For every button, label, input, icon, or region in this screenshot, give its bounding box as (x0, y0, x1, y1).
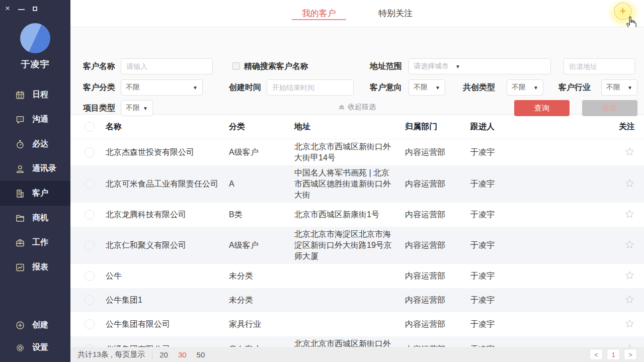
calendar-icon (15, 90, 25, 100)
customer-name-input[interactable] (121, 58, 213, 74)
page-size-option[interactable]: 50 (197, 350, 205, 359)
sidebar-item[interactable]: 沟通 (0, 107, 70, 132)
star-icon[interactable] (624, 178, 635, 189)
sidebar-item-label: 商机 (32, 213, 48, 223)
chevron-down-icon: ▼ (624, 85, 632, 90)
cell-follower: 于凌宇 (470, 240, 523, 251)
chevron-down-icon: ▼ (190, 85, 198, 90)
sidebar-item[interactable]: 商机 (0, 206, 70, 230)
select-all-circle[interactable] (85, 122, 95, 132)
sidebar-nav: 日程 沟通 必达 通讯录 客户 (0, 82, 70, 280)
table-row[interactable]: 北京可米食品工业有限责任公司 A 中国名人将军书画苑 | 北京市西城区德胜街道新… (70, 165, 644, 203)
sidebar-item[interactable]: 客户 (0, 181, 70, 206)
cell-follower: 于凌宇 (470, 295, 523, 306)
tab[interactable]: 特别关注 (377, 0, 414, 27)
cell-name: 公牛 (106, 270, 229, 282)
table-row[interactable]: 公牛集团1 未分类 内容运营部 于凌宇 (70, 288, 644, 312)
cell-name: 公牛集团1 (106, 294, 229, 306)
cell-department: 内容运营部 (405, 209, 470, 220)
row-select-circle[interactable] (85, 240, 95, 250)
tab[interactable]: 我的客户 (301, 0, 337, 27)
table-row[interactable]: 北京杰森世投资有限公司 A级客户 北京北京市西城区新街口外大街甲14号 内容运营… (70, 139, 644, 165)
row-select-circle[interactable] (85, 147, 95, 157)
divider (152, 351, 152, 358)
customers-icon (15, 189, 25, 199)
customer-class-select[interactable]: 不限 ▼ (121, 79, 203, 96)
star-icon[interactable] (624, 209, 635, 219)
table-header: 名称 分类 地址 归属部门 跟进人 关注 (70, 115, 644, 139)
sidebar-item[interactable]: 工作 (0, 230, 70, 255)
cell-category: A级客户 (229, 240, 294, 251)
header-category: 分类 (229, 121, 294, 132)
page-size-option[interactable]: 20 (159, 350, 168, 359)
city-select[interactable]: 请选择城市 ▼ (409, 58, 551, 74)
sidebar-item-label: 通讯录 (32, 163, 56, 174)
sidebar-item[interactable]: 报表 (0, 255, 70, 280)
cell-follower: 于凌宇 (470, 270, 523, 282)
sidebar-item-label: 沟通 (32, 114, 48, 125)
project-type-label: 项目类型 (83, 100, 115, 116)
search-button[interactable]: 查询 (514, 100, 570, 116)
intent-label: 客户意向 (370, 79, 402, 96)
row-select-circle[interactable] (85, 295, 95, 305)
sidebar-item-label: 工作 (32, 237, 48, 248)
window-close-icon[interactable]: × (5, 6, 10, 12)
sidebar-item[interactable]: 通讯录 (0, 156, 70, 181)
prev-page-button[interactable]: < (590, 349, 603, 360)
page-size-option[interactable]: 30 (178, 350, 187, 359)
table-body: 北京杰森世投资有限公司 A级客户 北京北京市西城区新街口外大街甲14号 内容运营… (70, 139, 644, 362)
table-row[interactable]: 北京仁和聚义有限公司 A级客户 北京北京市海淀区北京市海淀区新街口外大街路19号… (70, 227, 644, 264)
cell-department: 内容运营部 (405, 178, 470, 190)
sidebar-item-label: 必达 (32, 139, 48, 149)
chevron-down-icon: ▼ (530, 85, 538, 90)
project-type-select[interactable]: 不限 ▼ (121, 100, 153, 116)
filter-panel: 客户名称 精确搜索客户名称 地址范围 请选择城市 ▼ 客户分类 不限 ▼ 创建时… (70, 27, 644, 100)
industry-select[interactable]: 不限 ▼ (601, 79, 637, 96)
sidebar-item[interactable]: 日程 (0, 82, 70, 107)
sidebar-footer-item[interactable]: 设置 (0, 336, 70, 359)
contacts-icon (15, 164, 25, 174)
avatar[interactable] (20, 23, 50, 53)
header-name: 名称 (106, 121, 229, 132)
total-count-label: 共计13条 , 每页显示 (77, 350, 145, 359)
star-icon[interactable] (624, 318, 635, 329)
row-select-circle[interactable] (85, 179, 95, 189)
sidebar-item-label: 日程 (32, 89, 48, 100)
current-page-button[interactable]: 1 (607, 349, 620, 360)
cell-address: 北京市西城区新康街1号 (294, 209, 395, 220)
table-row[interactable]: 北京龙腾科技有限公司 B类 北京市西城区新康街1号 内容运营部 于凌宇 (70, 203, 644, 227)
row-select-circle[interactable] (85, 210, 95, 220)
star-icon[interactable] (624, 294, 635, 305)
row-select-circle[interactable] (85, 319, 95, 329)
add-customer-button[interactable]: + (608, 0, 639, 27)
star-icon[interactable] (624, 146, 635, 157)
next-page-button[interactable]: > (624, 349, 637, 360)
cocreate-select[interactable]: 不限 ▼ (507, 79, 543, 96)
main-content: 我的客户 特别关注 + 客户名称 精确搜索客户名称 (70, 0, 644, 362)
exact-search-checkbox[interactable] (232, 62, 240, 70)
address-range-label: 地址范围 (370, 58, 402, 74)
chevron-down-icon: ▼ (452, 64, 460, 69)
intent-select[interactable]: 不限 ▼ (409, 79, 445, 96)
star-icon[interactable] (624, 239, 635, 250)
briefcase-icon (15, 238, 25, 248)
reset-button[interactable]: 重置 (582, 100, 637, 116)
window-maximize-icon[interactable] (33, 7, 37, 11)
plus-circle-icon (15, 320, 25, 330)
industry-label: 客户行业 (558, 79, 591, 96)
sidebar-footer-item[interactable]: 创建 (0, 314, 70, 336)
sidebar: × 于凌宇 日程 沟通 必达 (0, 0, 70, 362)
table-row[interactable]: 公牛 未分类 内容运营部 于凌宇 (70, 264, 644, 288)
window-minimize-icon[interactable] (18, 9, 25, 10)
star-icon[interactable] (624, 270, 635, 281)
table-row[interactable]: 公牛集团有限公司 家具行业 内容运营部 于凌宇 (70, 312, 644, 336)
chevron-up-double-icon (339, 104, 345, 110)
street-address-input[interactable] (564, 58, 635, 74)
sidebar-item[interactable]: 必达 (0, 132, 70, 156)
cell-department: 内容运营部 (405, 319, 470, 330)
user-name: 于凌宇 (0, 58, 70, 70)
cell-name: 北京仁和聚义有限公司 (106, 239, 229, 251)
create-time-input[interactable] (267, 79, 354, 96)
sidebar-footer-item-label: 设置 (32, 342, 48, 353)
row-select-circle[interactable] (85, 271, 95, 281)
